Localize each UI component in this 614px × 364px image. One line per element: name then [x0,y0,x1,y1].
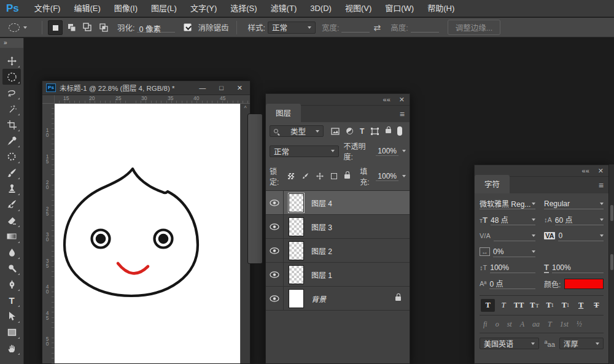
filter-adjustment-layers-icon[interactable] [346,128,353,134]
visibility-cell[interactable] [266,263,284,286]
new-selection-button[interactable] [48,20,63,35]
eyedropper-tool[interactable] [2,133,21,149]
layer-name[interactable]: 图层 4 [311,198,332,208]
layer-filter-toggle[interactable] [397,126,402,136]
pen-tool[interactable] [2,276,21,292]
visibility-cell[interactable] [266,215,284,238]
intersect-selection-button[interactable] [96,20,111,35]
feather-input[interactable]: 0 像素 [137,23,175,33]
layer-row-3[interactable]: 图层 3 [266,215,410,239]
refine-edge-button[interactable]: 调整边缘... [448,20,500,35]
menu-image[interactable]: 图像(I) [107,0,144,17]
contextual-alternates-button[interactable]: o [495,320,499,329]
height-input[interactable] [411,23,439,33]
layer-thumbnail[interactable] [289,241,304,260]
visibility-cell[interactable] [266,239,284,262]
lock-all-icon[interactable] [344,174,350,179]
close-button[interactable]: ✕ [237,84,243,92]
menu-help[interactable]: 帮助(H) [421,0,461,17]
language-select[interactable]: 美国英语 [480,338,539,349]
chevron-down-icon[interactable] [402,150,406,152]
hand-tool[interactable] [2,340,21,356]
fill-value[interactable]: 100% [376,172,398,181]
history-brush-tool[interactable] [2,196,21,212]
faux-bold-button[interactable]: T [481,299,495,312]
panel-menu-icon[interactable]: ≡ [599,180,604,190]
swap-dimensions-icon[interactable]: ⇄ [373,23,381,33]
filter-pixel-layers-icon[interactable] [331,128,340,135]
close-panel-icon[interactable]: ✕ [399,94,405,106]
strikethrough-button[interactable]: T [589,299,604,312]
lock-transparent-icon[interactable] [288,173,294,179]
visibility-cell[interactable] [266,287,284,310]
menu-type[interactable]: 文字(Y) [184,0,223,17]
minimize-button[interactable]: — [199,84,206,91]
width-input[interactable] [341,23,370,33]
blend-mode-select[interactable]: 正常 [270,145,339,157]
lock-position-icon[interactable] [316,172,324,180]
close-panel-icon[interactable]: ✕ [598,165,604,177]
dock-handle[interactable] [610,205,613,221]
elliptical-marquee-tool[interactable] [2,69,21,85]
gradient-tool[interactable] [2,228,21,244]
layer-name[interactable]: 图层 3 [311,222,332,232]
chevron-down-icon[interactable] [402,175,406,177]
titling-alternates-button[interactable]: T [548,320,552,329]
dodge-tool[interactable] [2,260,21,276]
menu-select[interactable]: 选择(S) [223,0,263,17]
discretionary-ligatures-button[interactable]: st [507,320,512,329]
collapse-panel-icon[interactable]: «« [582,165,589,177]
menu-window[interactable]: 窗口(W) [378,0,421,17]
font-family-select[interactable]: 微软雅黑 Reg... [480,198,535,209]
brush-tool[interactable] [2,165,21,180]
scroll-up-icon[interactable]: ^ [241,104,250,111]
layer-row-1[interactable]: 图层 1 [266,263,410,287]
fractions-button[interactable]: ½ [577,320,582,329]
horizontal-scale-input[interactable]: 100% [552,262,604,273]
dock-handle[interactable] [610,254,613,270]
canvas[interactable] [55,104,240,363]
vertical-scrollbar[interactable]: ^ [240,104,250,363]
layer-row-background[interactable]: 背景 [266,287,410,311]
layer-thumbnail[interactable] [289,265,304,284]
menu-filter[interactable]: 滤镜(T) [264,0,304,17]
tracking-select[interactable]: 0 [558,230,604,241]
layer-name[interactable]: 图层 1 [311,269,332,280]
menu-file[interactable]: 文件(F) [28,0,68,17]
font-size-select[interactable]: 48 点 [491,214,535,225]
antialias-select[interactable]: 浑厚 [559,338,604,349]
layer-name[interactable]: 图层 2 [311,246,332,256]
maximize-button[interactable]: □ [219,84,223,91]
layer-row-4[interactable]: 图层 4 [266,191,410,215]
magic-wand-tool[interactable] [2,101,21,117]
leading-select[interactable]: 60 点 [555,214,604,225]
filter-type-layers-icon[interactable]: T [360,128,364,135]
type-tool[interactable]: T [2,292,21,308]
path-selection-tool[interactable] [2,308,21,324]
eraser-tool[interactable] [2,212,21,228]
superscript-button[interactable]: T1 [543,299,557,312]
menu-view[interactable]: 视图(V) [338,0,378,17]
document-title-bar[interactable]: Ps 未标题-1 @ 22.8% (图层 4, RGB/8) * — □ ✕ [42,81,250,95]
visibility-cell[interactable] [266,191,284,214]
baseline-shift-input[interactable]: 0 点 [489,278,535,289]
all-caps-button[interactable]: TT [512,299,526,312]
underline-button[interactable]: T [574,299,588,312]
vertical-scale-input[interactable]: 100% [490,262,535,273]
lock-artboard-icon[interactable] [331,173,337,179]
font-style-select[interactable]: Regular [544,198,604,209]
kerning-select[interactable] [494,230,535,241]
antialias-checkbox[interactable] [184,23,192,31]
faux-italic-button[interactable]: T [496,299,510,312]
filter-shape-layers-icon[interactable] [371,128,379,135]
layer-thumbnail[interactable] [289,193,304,212]
layer-row-2[interactable]: 图层 2 [266,239,410,263]
small-caps-button[interactable]: TT [527,299,542,312]
menu-edit[interactable]: 编辑(E) [67,0,107,17]
panel-menu-icon[interactable]: ≡ [400,109,405,119]
scrollbar-thumb[interactable] [247,114,263,264]
tab-layers[interactable]: 图层 [266,104,301,122]
menu-layer[interactable]: 图层(L) [144,0,184,17]
ligatures-button[interactable]: fi [483,320,488,329]
layer-filter-select[interactable]: 类型 [270,125,324,137]
